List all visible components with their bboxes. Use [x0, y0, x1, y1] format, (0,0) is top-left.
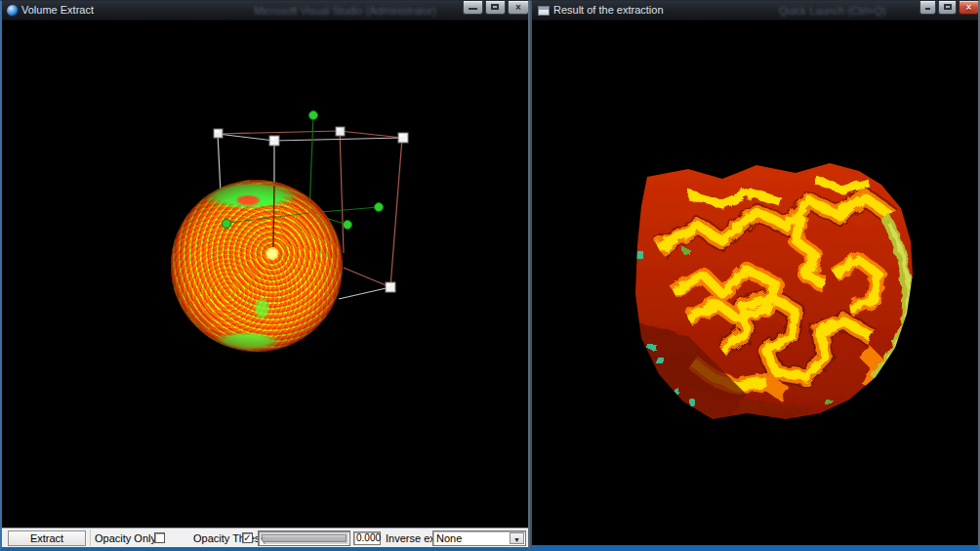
- close-icon: ×: [960, 1, 978, 14]
- opacity-only-label: Opacity Only: [95, 532, 156, 544]
- close-button[interactable]: ×: [959, 1, 978, 15]
- maximize-icon: [944, 4, 952, 10]
- volume-extract-window: Volume Extract Microsoft Visual Studio (…: [0, 0, 530, 551]
- inverse-axis-value: None: [436, 532, 462, 544]
- minimize-button[interactable]: [919, 1, 936, 15]
- inverse-axis-dropdown[interactable]: None ▼: [432, 530, 526, 546]
- opacity-threshold-slider[interactable]: [258, 530, 350, 546]
- slider-thumb[interactable]: [260, 537, 265, 544]
- extracted-brain-render: [630, 155, 922, 434]
- close-button[interactable]: ×: [508, 1, 528, 15]
- guide-line-over-sphere: [228, 213, 309, 223]
- extraction-result-window: Result of the extraction Quick Launch (C…: [530, 0, 980, 551]
- minimize-button[interactable]: [463, 1, 483, 15]
- minimize-icon: [469, 8, 477, 10]
- volume-extract-titlebar[interactable]: Volume Extract Microsoft Visual Studio (…: [2, 1, 528, 21]
- close-icon: ×: [509, 1, 528, 14]
- threshold-value-field[interactable]: 0.000: [353, 531, 381, 545]
- chevron-down-icon[interactable]: ▼: [510, 532, 524, 544]
- app-sphere-icon: [7, 5, 19, 17]
- maximize-button[interactable]: [938, 1, 957, 15]
- maximize-button[interactable]: [485, 1, 506, 15]
- window-title: Volume Extract: [21, 4, 94, 16]
- front-edge-over-sphere: [273, 186, 274, 247]
- toolbar-separator: [90, 530, 91, 546]
- green-point-handle-on-sphere[interactable]: [223, 220, 231, 229]
- extract-button[interactable]: Extract: [8, 530, 86, 546]
- extract-toolbar: Extract Opacity Only Opacity Threshold ✓…: [2, 528, 528, 547]
- maximize-icon: [491, 4, 499, 10]
- opacity-only-checkbox[interactable]: [154, 532, 165, 543]
- crop-box-front-overlay: [2, 21, 528, 528]
- minimize-icon: [925, 8, 930, 10]
- background-window-title-blurred: Microsoft Visual Studio (Administrator): [254, 5, 436, 17]
- result-3d-viewport[interactable]: [532, 21, 978, 545]
- opacity-threshold-checkbox[interactable]: ✓: [242, 532, 253, 543]
- app-form-icon: [538, 6, 550, 16]
- volume-3d-viewport[interactable]: [2, 21, 528, 528]
- window-title: Result of the extraction: [553, 4, 664, 16]
- result-titlebar[interactable]: Result of the extraction Quick Launch (C…: [532, 1, 978, 21]
- slider-channel: [262, 534, 347, 542]
- background-quicklaunch-blurred: Quick Launch (Ctrl+Q): [779, 5, 886, 17]
